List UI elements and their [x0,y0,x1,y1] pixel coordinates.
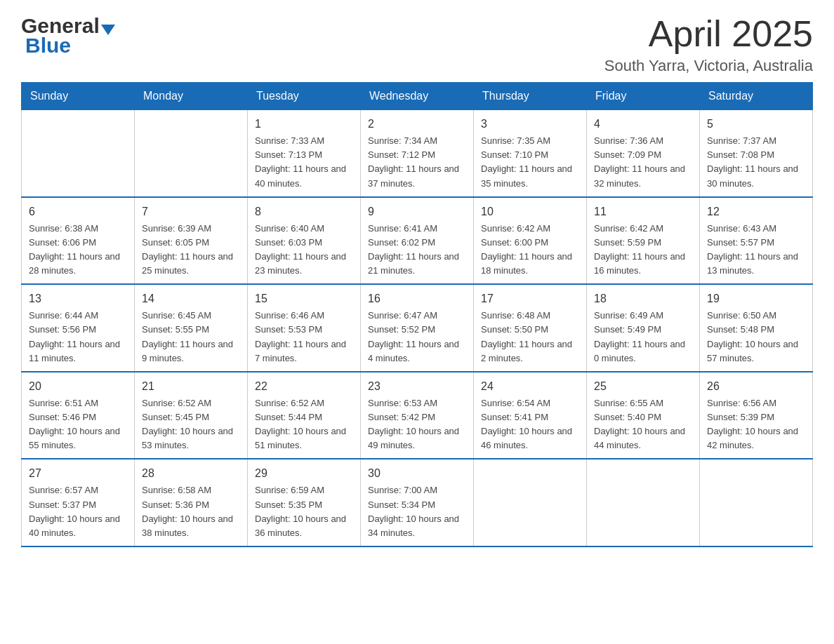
calendar-cell: 15Sunrise: 6:46 AMSunset: 5:53 PMDayligh… [248,284,361,372]
day-info: Sunrise: 6:46 AMSunset: 5:53 PMDaylight:… [255,309,353,365]
day-number: 26 [707,378,805,395]
page-header: General Blue April 2025 South Yarra, Vic… [21,14,813,75]
day-info: Sunrise: 7:35 AMSunset: 7:10 PMDaylight:… [481,134,579,191]
calendar-cell [700,459,813,546]
title-section: April 2025 South Yarra, Victoria, Austra… [604,14,813,75]
day-info: Sunrise: 6:43 AMSunset: 5:57 PMDaylight:… [707,222,805,279]
calendar-cell: 13Sunrise: 6:44 AMSunset: 5:56 PMDayligh… [22,284,135,372]
calendar-cell: 23Sunrise: 6:53 AMSunset: 5:42 PMDayligh… [361,372,474,459]
day-info: Sunrise: 6:50 AMSunset: 5:48 PMDaylight:… [707,309,805,365]
calendar-cell: 19Sunrise: 6:50 AMSunset: 5:48 PMDayligh… [700,284,813,372]
calendar-cell: 11Sunrise: 6:42 AMSunset: 5:59 PMDayligh… [587,197,700,285]
weekday-header-wednesday: Wednesday [361,83,474,110]
weekday-header-row: SundayMondayTuesdayWednesdayThursdayFrid… [22,83,813,110]
day-number: 1 [255,116,353,133]
day-number: 22 [255,378,353,395]
day-number: 12 [707,203,805,220]
calendar-cell: 17Sunrise: 6:48 AMSunset: 5:50 PMDayligh… [474,284,587,372]
calendar-cell: 28Sunrise: 6:58 AMSunset: 5:36 PMDayligh… [135,459,248,546]
day-number: 5 [707,116,805,133]
day-number: 23 [368,378,466,395]
calendar-cell: 8Sunrise: 6:40 AMSunset: 6:03 PMDaylight… [248,197,361,285]
weekday-header-sunday: Sunday [22,83,135,110]
calendar-cell: 29Sunrise: 6:59 AMSunset: 5:35 PMDayligh… [248,459,361,546]
logo-blue-text: Blue [25,34,71,58]
day-number: 24 [481,378,579,395]
day-info: Sunrise: 6:53 AMSunset: 5:42 PMDaylight:… [368,396,466,453]
day-info: Sunrise: 6:45 AMSunset: 5:55 PMDaylight:… [142,309,240,365]
day-info: Sunrise: 6:54 AMSunset: 5:41 PMDaylight:… [481,396,579,453]
day-info: Sunrise: 6:58 AMSunset: 5:36 PMDaylight:… [142,483,240,540]
day-number: 4 [594,116,692,133]
day-number: 16 [368,290,466,307]
calendar-cell: 24Sunrise: 6:54 AMSunset: 5:41 PMDayligh… [474,372,587,459]
calendar-cell [135,110,248,197]
calendar-cell: 21Sunrise: 6:52 AMSunset: 5:45 PMDayligh… [135,372,248,459]
weekday-header-tuesday: Tuesday [248,83,361,110]
weekday-header-saturday: Saturday [700,83,813,110]
day-info: Sunrise: 6:49 AMSunset: 5:49 PMDaylight:… [594,309,692,365]
day-number: 14 [142,290,240,307]
day-info: Sunrise: 6:42 AMSunset: 5:59 PMDaylight:… [594,222,692,279]
day-number: 7 [142,203,240,220]
month-title: April 2025 [604,14,813,54]
day-info: Sunrise: 6:38 AMSunset: 6:06 PMDaylight:… [29,222,127,279]
calendar-cell [474,459,587,546]
day-number: 29 [255,465,353,482]
weekday-header-thursday: Thursday [474,83,587,110]
logo: General Blue [21,14,115,58]
day-info: Sunrise: 6:59 AMSunset: 5:35 PMDaylight:… [255,483,353,540]
calendar-cell: 5Sunrise: 7:37 AMSunset: 7:08 PMDaylight… [700,110,813,197]
weekday-header-monday: Monday [135,83,248,110]
calendar-cell: 14Sunrise: 6:45 AMSunset: 5:55 PMDayligh… [135,284,248,372]
day-info: Sunrise: 6:44 AMSunset: 5:56 PMDaylight:… [29,309,127,365]
calendar-cell: 6Sunrise: 6:38 AMSunset: 6:06 PMDaylight… [22,197,135,285]
day-info: Sunrise: 6:52 AMSunset: 5:44 PMDaylight:… [255,396,353,453]
calendar-cell: 26Sunrise: 6:56 AMSunset: 5:39 PMDayligh… [700,372,813,459]
day-info: Sunrise: 6:52 AMSunset: 5:45 PMDaylight:… [142,396,240,453]
calendar-cell: 4Sunrise: 7:36 AMSunset: 7:09 PMDaylight… [587,110,700,197]
day-number: 10 [481,203,579,220]
logo-line2: Blue [21,34,71,58]
day-info: Sunrise: 7:00 AMSunset: 5:34 PMDaylight:… [368,483,466,540]
calendar-cell: 22Sunrise: 6:52 AMSunset: 5:44 PMDayligh… [248,372,361,459]
calendar-cell: 9Sunrise: 6:41 AMSunset: 6:02 PMDaylight… [361,197,474,285]
calendar-cell: 18Sunrise: 6:49 AMSunset: 5:49 PMDayligh… [587,284,700,372]
day-number: 25 [594,378,692,395]
week-row-2: 6Sunrise: 6:38 AMSunset: 6:06 PMDaylight… [22,197,813,285]
calendar-cell: 27Sunrise: 6:57 AMSunset: 5:37 PMDayligh… [22,459,135,546]
day-number: 2 [368,116,466,133]
calendar-cell: 12Sunrise: 6:43 AMSunset: 5:57 PMDayligh… [700,197,813,285]
calendar-cell: 20Sunrise: 6:51 AMSunset: 5:46 PMDayligh… [22,372,135,459]
calendar-cell [22,110,135,197]
day-number: 21 [142,378,240,395]
day-number: 18 [594,290,692,307]
day-number: 3 [481,116,579,133]
day-info: Sunrise: 6:40 AMSunset: 6:03 PMDaylight:… [255,222,353,279]
day-number: 19 [707,290,805,307]
day-number: 17 [481,290,579,307]
day-info: Sunrise: 7:37 AMSunset: 7:08 PMDaylight:… [707,134,805,191]
day-number: 6 [29,203,127,220]
calendar-cell: 7Sunrise: 6:39 AMSunset: 6:05 PMDaylight… [135,197,248,285]
day-info: Sunrise: 6:41 AMSunset: 6:02 PMDaylight:… [368,222,466,279]
day-info: Sunrise: 7:36 AMSunset: 7:09 PMDaylight:… [594,134,692,191]
day-info: Sunrise: 6:51 AMSunset: 5:46 PMDaylight:… [29,396,127,453]
day-info: Sunrise: 6:42 AMSunset: 6:00 PMDaylight:… [481,222,579,279]
logo-triangle-icon [101,25,115,35]
calendar-cell: 3Sunrise: 7:35 AMSunset: 7:10 PMDaylight… [474,110,587,197]
calendar-cell: 2Sunrise: 7:34 AMSunset: 7:12 PMDaylight… [361,110,474,197]
day-number: 13 [29,290,127,307]
day-number: 20 [29,378,127,395]
calendar-table: SundayMondayTuesdayWednesdayThursdayFrid… [21,82,813,547]
weekday-header-friday: Friday [587,83,700,110]
day-number: 9 [368,203,466,220]
day-info: Sunrise: 7:34 AMSunset: 7:12 PMDaylight:… [368,134,466,191]
day-number: 30 [368,465,466,482]
week-row-5: 27Sunrise: 6:57 AMSunset: 5:37 PMDayligh… [22,459,813,546]
day-info: Sunrise: 6:39 AMSunset: 6:05 PMDaylight:… [142,222,240,279]
week-row-3: 13Sunrise: 6:44 AMSunset: 5:56 PMDayligh… [22,284,813,372]
calendar-cell: 16Sunrise: 6:47 AMSunset: 5:52 PMDayligh… [361,284,474,372]
day-number: 15 [255,290,353,307]
day-info: Sunrise: 6:57 AMSunset: 5:37 PMDaylight:… [29,483,127,540]
